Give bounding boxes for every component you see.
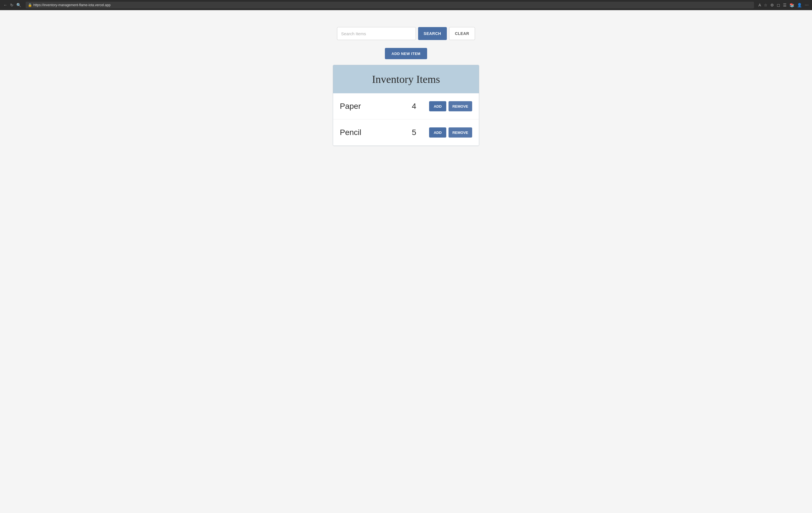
search-icon[interactable]: 🔍 <box>16 3 21 7</box>
menu-icon[interactable]: ⋯ <box>805 3 809 7</box>
url-text: https://inventory-management-flame-iota.… <box>33 3 110 7</box>
item-actions: ADD REMOVE <box>429 127 472 138</box>
browser-chrome: ← ↻ 🔍 🔒 https://inventory-management-fla… <box>0 0 812 10</box>
bookmark-icon[interactable]: ☆ <box>764 3 767 7</box>
browser-nav-controls: ← ↻ 🔍 <box>3 3 21 7</box>
item-name: Pencil <box>340 128 405 137</box>
page-content: SEARCH CLEAR ADD NEW ITEM Inventory Item… <box>0 10 812 513</box>
address-bar[interactable]: 🔒 https://inventory-management-flame-iot… <box>26 2 754 8</box>
browser-right-controls: A ☆ ⚙ ◻ ☰ 📚 👤 ⋯ <box>758 3 809 7</box>
add-quantity-button[interactable]: ADD <box>429 127 446 138</box>
table-row: Paper 4 ADD REMOVE <box>333 93 479 119</box>
search-section: SEARCH CLEAR <box>337 27 475 40</box>
table-row: Pencil 5 ADD REMOVE <box>333 119 479 146</box>
lock-icon: 🔒 <box>28 3 32 7</box>
remove-quantity-button[interactable]: REMOVE <box>448 127 472 138</box>
clear-button[interactable]: CLEAR <box>449 27 475 40</box>
favorites-icon[interactable]: ☰ <box>783 3 787 7</box>
search-input[interactable] <box>337 27 416 40</box>
inventory-title: Inventory Items <box>339 73 473 85</box>
split-icon[interactable]: ◻ <box>777 3 780 7</box>
extensions-icon[interactable]: ⚙ <box>770 3 774 7</box>
inventory-container: Inventory Items Paper 4 ADD REMOVE Penci… <box>333 65 479 146</box>
item-name: Paper <box>340 102 405 111</box>
remove-quantity-button[interactable]: REMOVE <box>448 101 472 111</box>
add-new-item-button[interactable]: ADD NEW ITEM <box>385 48 427 59</box>
search-button[interactable]: SEARCH <box>418 27 447 40</box>
font-icon[interactable]: A <box>758 3 761 7</box>
item-quantity: 4 <box>405 102 422 111</box>
back-icon[interactable]: ← <box>3 3 7 7</box>
item-actions: ADD REMOVE <box>429 101 472 111</box>
inventory-body: Paper 4 ADD REMOVE Pencil 5 ADD REMOVE <box>333 93 479 146</box>
collections-icon[interactable]: 📚 <box>789 3 794 7</box>
item-quantity: 5 <box>405 128 422 137</box>
refresh-icon[interactable]: ↻ <box>10 3 13 7</box>
add-quantity-button[interactable]: ADD <box>429 101 446 111</box>
profile-icon[interactable]: 👤 <box>797 3 802 7</box>
inventory-header: Inventory Items <box>333 65 479 93</box>
